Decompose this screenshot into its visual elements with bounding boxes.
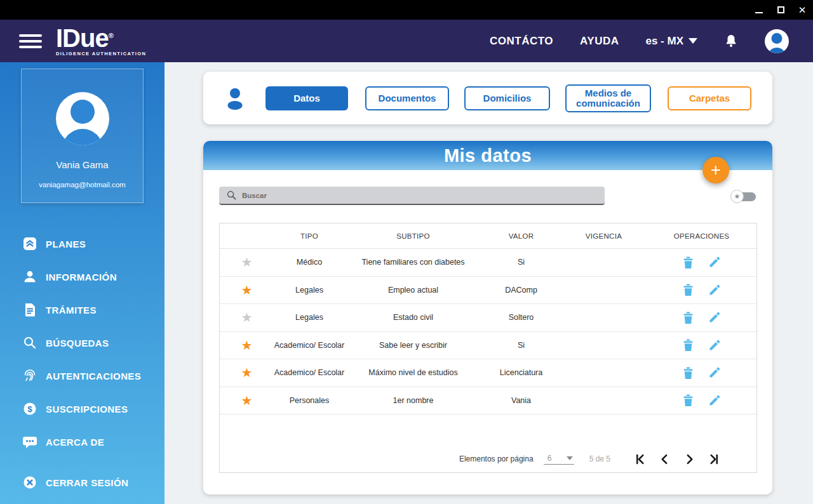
nav-help-link[interactable]: AYUDA (580, 35, 619, 48)
tab-medios-de-comunicacion[interactable]: Medios de comunicación (565, 84, 651, 112)
trash-icon (683, 367, 694, 379)
sidebar-item-planes[interactable]: PLANES (0, 227, 165, 260)
column-valor: VALOR (481, 232, 561, 240)
favorite-star-icon[interactable]: ★ (241, 394, 253, 408)
close-icon: ✕ (798, 5, 807, 15)
sidebar-item-autenticaciones[interactable]: AUTENTICACIONES (0, 359, 165, 392)
logo-subtitle: DILIGENCE AUTHENTICATION (56, 51, 146, 56)
tab-carpetas[interactable]: Carpetas (668, 86, 751, 110)
pencil-icon (709, 340, 720, 351)
table-row: ★ Academico/ Escolar Máximo nivel de est… (220, 359, 756, 387)
chevron-down-icon (567, 456, 573, 460)
trash-icon (683, 256, 694, 269)
previous-page-button[interactable] (659, 454, 670, 465)
favorite-star-icon[interactable]: ★ (241, 338, 253, 352)
cell-tipo: Academico/ Escolar (274, 368, 345, 377)
app-logo: IDue® DILIGENCE AUTHENTICATION (56, 26, 146, 56)
favorites-filter-toggle[interactable]: ★ (730, 190, 756, 203)
sidebar: Vania Gama vaniagamag@hotmail.com PLANES… (0, 62, 165, 504)
cell-tipo: Médico (274, 258, 345, 267)
sidebar-item-informacion[interactable]: INFORMACIÓN (0, 260, 165, 293)
favorite-star-icon[interactable]: ★ (241, 310, 253, 324)
pencil-icon (709, 284, 720, 296)
edit-button[interactable] (709, 340, 720, 351)
tab-documentos[interactable]: Documentos (365, 86, 449, 110)
column-subtipo: SUBTIPO (345, 232, 481, 240)
add-record-button[interactable]: + (702, 157, 729, 183)
first-page-icon (635, 454, 645, 465)
pagination-controls (635, 454, 720, 465)
pencil-icon (709, 256, 720, 268)
cell-subtipo: Empleo actual (345, 286, 481, 295)
delete-button[interactable] (683, 394, 694, 406)
search-bar (219, 187, 605, 205)
cell-subtipo: 1er nombre (345, 396, 481, 405)
delete-button[interactable] (683, 256, 694, 269)
last-page-button[interactable] (709, 454, 720, 465)
panel-title: Mis datos (444, 145, 532, 166)
nav-contact-link[interactable]: CONTÁCTO (490, 35, 553, 48)
table-row: ★ Academico/ Escolar Sabe leer y escribi… (220, 332, 756, 360)
sidebar-item-cerrar-sesion[interactable]: CERRAR SESIÓN (0, 466, 165, 499)
search-input[interactable] (242, 192, 572, 199)
chat-icon (22, 434, 37, 449)
edit-button[interactable] (709, 367, 720, 378)
delete-button[interactable] (683, 312, 694, 324)
trash-icon (683, 312, 694, 324)
svg-text:$: $ (27, 404, 32, 414)
minimize-button[interactable] (748, 0, 770, 20)
notifications-bell-icon[interactable] (724, 34, 738, 49)
edit-button[interactable] (709, 256, 720, 268)
delete-button[interactable] (683, 367, 694, 379)
user-avatar[interactable] (765, 29, 789, 53)
sidebar-item-busquedas[interactable]: BÚSQUEDAS (0, 326, 165, 359)
hamburger-menu-icon[interactable] (19, 31, 42, 51)
sidebar-item-acerca-de[interactable]: ACERCA DE (0, 425, 165, 458)
cell-valor: DAComp (481, 286, 561, 295)
items-per-page-label: Elementos por página (459, 454, 534, 463)
trash-icon (683, 339, 694, 351)
cell-valor: Si (481, 258, 561, 267)
user-name: Vania Gama (22, 159, 143, 170)
edit-button[interactable] (709, 312, 720, 323)
table-header-row: TIPO SUBTIPO VALOR VIGENCIA OPERACIONES (220, 223, 756, 249)
pencil-icon (709, 367, 720, 378)
cell-valor: Soltero (481, 313, 561, 322)
document-icon (22, 302, 37, 317)
tab-datos[interactable]: Datos (265, 86, 348, 110)
trash-icon (683, 284, 694, 296)
maximize-icon (777, 6, 784, 13)
dollar-icon: $ (22, 401, 37, 416)
sidebar-user-card: Vania Gama vaniagamag@hotmail.com (21, 69, 144, 203)
next-page-button[interactable] (684, 454, 695, 465)
panel-header: Mis datos (203, 141, 772, 170)
profile-person-icon (224, 86, 246, 110)
favorite-star-icon[interactable]: ★ (241, 283, 253, 297)
sidebar-item-tramites[interactable]: TRÁMITES (0, 293, 165, 326)
maximize-button[interactable] (770, 0, 791, 20)
edit-button[interactable] (709, 284, 720, 296)
star-icon: ★ (730, 190, 744, 203)
table-row: ★ Médico Tiene familiares con diabetes S… (220, 249, 756, 277)
person-icon (22, 269, 37, 284)
trash-icon (683, 394, 694, 406)
cell-subtipo: Estado civil (345, 313, 481, 322)
cell-subtipo: Tiene familiares con diabetes (345, 258, 481, 267)
favorite-star-icon[interactable]: ★ (241, 255, 253, 269)
first-page-button[interactable] (635, 454, 645, 465)
delete-button[interactable] (683, 284, 694, 296)
minimize-icon (755, 12, 763, 13)
tab-domicilios[interactable]: Domicilios (464, 86, 550, 110)
sidebar-item-suscripciones[interactable]: $ SUSCRIPCIONES (0, 392, 165, 425)
items-per-page-select[interactable]: 6 (544, 454, 574, 465)
language-selector[interactable]: es - MX (645, 35, 697, 48)
close-button[interactable]: ✕ (791, 0, 813, 20)
edit-button[interactable] (709, 395, 720, 406)
favorite-star-icon[interactable]: ★ (241, 366, 253, 380)
cell-valor: Licenciatura (481, 368, 561, 377)
data-table: TIPO SUBTIPO VALOR VIGENCIA OPERACIONES … (219, 223, 757, 473)
search-icon (227, 190, 236, 200)
cell-tipo: Legales (274, 313, 345, 322)
sidebar-avatar (56, 92, 109, 145)
delete-button[interactable] (683, 339, 694, 351)
